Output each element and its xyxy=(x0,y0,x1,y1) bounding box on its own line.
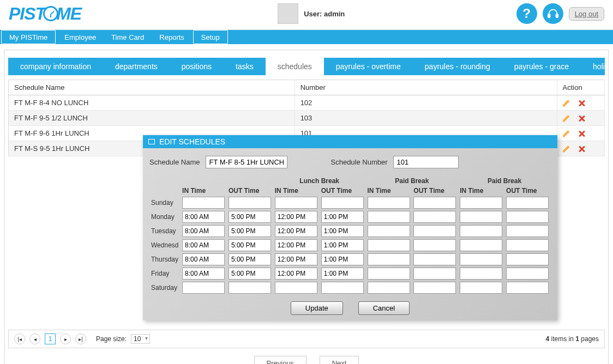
delete-icon[interactable] xyxy=(578,130,586,137)
time-input[interactable] xyxy=(413,197,456,209)
modal-titlebar[interactable]: EDIT SCHEDULES xyxy=(143,135,557,148)
logout-button[interactable]: Log out xyxy=(569,7,604,21)
time-input[interactable] xyxy=(275,239,317,251)
nav-sub-tab[interactable]: departments xyxy=(103,58,170,75)
time-input[interactable] xyxy=(275,197,317,209)
time-input[interactable] xyxy=(229,239,271,251)
time-input[interactable] xyxy=(368,211,410,223)
nav-sub-tab[interactable]: company information xyxy=(8,58,103,75)
time-input[interactable] xyxy=(321,282,364,294)
edit-icon[interactable] xyxy=(563,99,570,107)
time-input[interactable] xyxy=(506,253,549,265)
time-input[interactable] xyxy=(321,211,364,223)
time-input[interactable] xyxy=(182,211,225,223)
col-header-name[interactable]: Schedule Name xyxy=(9,80,295,95)
time-input[interactable] xyxy=(506,225,549,237)
time-input[interactable] xyxy=(460,253,502,265)
table-row[interactable]: FT M-F 8-4 NO LUNCH102 xyxy=(9,95,605,111)
time-input[interactable] xyxy=(460,282,502,294)
time-input[interactable] xyxy=(275,282,317,294)
time-input[interactable] xyxy=(413,225,456,237)
time-input[interactable] xyxy=(413,211,456,223)
cell-name: FT M-F 9-5 1/2 LUNCH xyxy=(9,111,295,126)
time-input[interactable] xyxy=(506,268,549,280)
delete-icon[interactable] xyxy=(578,99,586,107)
schedule-number-input[interactable] xyxy=(393,156,459,168)
time-input[interactable] xyxy=(460,239,502,251)
edit-icon[interactable] xyxy=(563,130,570,137)
time-input[interactable] xyxy=(275,268,317,280)
time-input[interactable] xyxy=(506,197,549,209)
delete-icon[interactable] xyxy=(578,145,586,153)
time-input[interactable] xyxy=(229,211,271,223)
time-input[interactable] xyxy=(275,225,317,237)
col-header-number[interactable]: Number xyxy=(295,80,557,95)
time-input[interactable] xyxy=(506,282,549,294)
nav-sub-tab[interactable]: holidays xyxy=(581,58,605,75)
time-input[interactable] xyxy=(182,225,225,237)
time-input[interactable] xyxy=(275,253,317,265)
time-input[interactable] xyxy=(182,282,225,294)
time-input[interactable] xyxy=(460,225,502,237)
time-input[interactable] xyxy=(413,239,456,251)
help-icon[interactable]: ? xyxy=(516,3,537,24)
time-input[interactable] xyxy=(506,211,549,223)
previous-button[interactable]: Previous xyxy=(254,356,307,364)
edit-icon[interactable] xyxy=(563,145,570,153)
nav-main-item[interactable]: Setup xyxy=(193,30,228,44)
next-button[interactable]: Next xyxy=(320,356,359,364)
nav-sub-tab[interactable]: schedules xyxy=(266,58,324,75)
time-input[interactable] xyxy=(229,225,271,237)
time-input[interactable] xyxy=(413,268,456,280)
time-input[interactable] xyxy=(368,197,410,209)
support-icon[interactable] xyxy=(543,3,563,24)
time-input[interactable] xyxy=(506,239,549,251)
time-input[interactable] xyxy=(413,282,456,294)
nav-main-item[interactable]: My PISTime xyxy=(1,30,56,44)
update-button[interactable]: Update xyxy=(291,301,343,315)
time-input[interactable] xyxy=(182,239,225,251)
nav-main-item[interactable]: Reports xyxy=(152,30,192,44)
nav-sub-tab[interactable]: payrules - overtime xyxy=(324,58,413,75)
time-input[interactable] xyxy=(413,253,456,265)
nav-main-item[interactable]: Time Card xyxy=(104,30,152,44)
time-input[interactable] xyxy=(321,225,364,237)
nav-sub-tab[interactable]: tasks xyxy=(224,58,266,75)
pager-next-button[interactable]: ▸ xyxy=(60,333,71,344)
edit-icon[interactable] xyxy=(563,114,570,122)
nav-sub-tab[interactable]: positions xyxy=(170,58,224,75)
time-input[interactable] xyxy=(229,282,271,294)
logo-text: PIST xyxy=(9,4,45,24)
time-input[interactable] xyxy=(229,268,271,280)
time-input[interactable] xyxy=(182,253,225,265)
schedule-name-input[interactable] xyxy=(206,156,287,168)
time-input[interactable] xyxy=(229,197,271,209)
time-input[interactable] xyxy=(321,239,364,251)
nav-main-item[interactable]: Employee xyxy=(57,30,104,44)
pager-prev-button[interactable]: ◂ xyxy=(29,333,40,344)
time-input[interactable] xyxy=(321,253,364,265)
pager-first-button[interactable]: |◂ xyxy=(14,333,25,344)
time-input[interactable] xyxy=(229,253,271,265)
group-paid1: Paid Break xyxy=(366,176,459,186)
time-input[interactable] xyxy=(321,268,364,280)
page-size-select[interactable]: 10 xyxy=(131,334,150,344)
time-input[interactable] xyxy=(368,268,410,280)
pager-last-button[interactable]: ▸| xyxy=(75,333,86,344)
nav-sub-tab[interactable]: payrules - grace xyxy=(502,58,581,75)
time-input[interactable] xyxy=(321,197,364,209)
nav-sub-tab[interactable]: payrules - rounding xyxy=(413,58,502,75)
table-row[interactable]: FT M-F 9-5 1/2 LUNCH103 xyxy=(9,111,605,126)
time-input[interactable] xyxy=(182,268,225,280)
time-input[interactable] xyxy=(460,268,502,280)
delete-icon[interactable] xyxy=(578,114,586,122)
time-input[interactable] xyxy=(368,239,410,251)
time-input[interactable] xyxy=(275,211,317,223)
time-input[interactable] xyxy=(368,253,410,265)
time-input[interactable] xyxy=(182,197,225,209)
time-input[interactable] xyxy=(368,282,410,294)
time-input[interactable] xyxy=(460,211,502,223)
time-input[interactable] xyxy=(368,225,410,237)
time-input[interactable] xyxy=(460,197,502,209)
cancel-button[interactable]: Cancel xyxy=(358,301,410,315)
